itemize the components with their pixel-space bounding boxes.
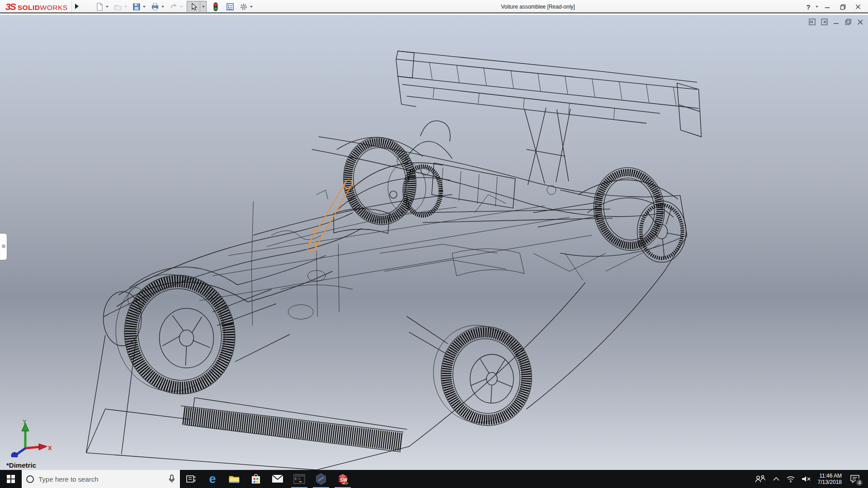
minimize-button[interactable] — [821, 2, 834, 12]
print-dropdown-caret[interactable] — [161, 6, 164, 8]
solidworks-logo: 3S SOLID WORKS — [5, 1, 68, 12]
view-orientation-label: *Dimetric — [6, 461, 36, 469]
start-button[interactable] — [0, 470, 22, 488]
undo-icon — [169, 2, 178, 11]
options-button[interactable] — [238, 1, 249, 12]
help-button[interactable]: ? — [804, 3, 813, 11]
solidworks-2017-icon: SW 2017 — [336, 473, 349, 485]
close-button[interactable] — [852, 2, 864, 12]
taskbar-app-hexagon[interactable] — [310, 470, 332, 488]
save-button[interactable] — [131, 1, 142, 12]
print-icon — [151, 2, 160, 11]
help-dropdown-caret[interactable] — [816, 6, 818, 8]
taskbar-app-file-explorer[interactable] — [223, 470, 245, 488]
select-tool-button[interactable] — [187, 1, 200, 12]
taskbar-app-solidworks[interactable]: SW 2017 — [332, 470, 354, 488]
mail-icon — [272, 474, 283, 483]
divider — [71, 1, 72, 12]
minimize-icon — [825, 4, 830, 9]
print-button[interactable] — [150, 1, 160, 12]
rebuild-traffic-light-icon — [211, 2, 220, 12]
taskbar-app-mail[interactable] — [267, 470, 288, 488]
search-input[interactable] — [38, 475, 164, 483]
window-controls: ? — [804, 2, 864, 12]
properties-list-icon — [226, 2, 235, 11]
clock-date: 7/13/2018 — [818, 479, 842, 485]
doc-minimize-button[interactable] — [833, 19, 840, 25]
taskbar: e — [0, 470, 868, 488]
feature-panel-tab[interactable] — [0, 234, 7, 260]
open-button[interactable] — [113, 1, 123, 12]
store-icon — [250, 474, 261, 484]
taskbar-app-store[interactable] — [245, 470, 267, 488]
microphone-icon[interactable] — [168, 474, 175, 483]
titlebar: 3S SOLID WORKS — [0, 0, 868, 14]
file-explorer-icon — [228, 474, 240, 484]
brand-name-light: WORKS — [40, 4, 68, 12]
people-icon[interactable] — [755, 474, 766, 483]
taskbar-app-edge[interactable]: e — [202, 470, 223, 488]
screen: 3S SOLID WORKS — [0, 0, 868, 488]
open-dropdown-caret[interactable] — [124, 6, 127, 8]
graphics-viewport[interactable]: Y X *Dimetric — [0, 15, 868, 470]
select-cursor-icon — [189, 2, 198, 11]
select-dropdown-caret — [202, 6, 205, 8]
doc-close-button[interactable] — [857, 19, 863, 25]
menu-flyout-arrow-icon[interactable] — [75, 4, 79, 9]
volume-muted-icon[interactable] — [802, 475, 811, 483]
quick-access-toolbar — [94, 1, 257, 13]
sw-year-label: 2017 — [342, 482, 349, 485]
pane-left-button[interactable] — [809, 19, 816, 25]
axis-x-label: X — [48, 445, 52, 451]
open-folder-icon — [113, 2, 123, 11]
new-document-icon — [95, 2, 104, 11]
close-icon — [855, 4, 861, 9]
clock-time: 11:46 AM — [818, 473, 842, 479]
cmd-prompt-text: C:\ — [295, 477, 301, 481]
brand-name-bold: SOLID — [18, 4, 40, 12]
restore-icon — [840, 4, 846, 10]
document-window-controls — [809, 19, 863, 25]
chevron-up-icon[interactable] — [773, 477, 780, 481]
select-tool-group — [187, 1, 207, 13]
restore-button[interactable] — [836, 2, 849, 12]
gear-icon — [239, 2, 248, 11]
hexagon-app-icon — [315, 473, 327, 485]
system-tray: 11:46 AM 7/13/2018 4 — [755, 470, 868, 488]
select-dropdown-cell[interactable] — [200, 1, 206, 12]
wifi-icon[interactable] — [786, 475, 795, 483]
task-view-button[interactable] — [180, 470, 202, 488]
command-prompt-icon: C:\ — [293, 474, 305, 484]
display-pane-button[interactable] — [225, 1, 236, 12]
windows-logo-icon — [7, 475, 15, 483]
pane-right-button[interactable] — [821, 19, 828, 25]
ds-3s-logo-icon: 3S — [5, 1, 15, 12]
reference-triad: Y X — [6, 418, 52, 457]
taskbar-app-command-prompt[interactable]: C:\ — [288, 470, 310, 488]
save-dropdown-caret[interactable] — [143, 6, 146, 8]
action-center-button[interactable]: 4 — [848, 472, 862, 486]
undo-button[interactable] — [168, 1, 179, 12]
options-dropdown-caret[interactable] — [250, 6, 253, 8]
cortana-icon — [26, 475, 34, 483]
rebuild-button[interactable] — [210, 1, 221, 12]
new-document-button[interactable] — [94, 1, 105, 12]
new-dropdown-caret[interactable] — [106, 6, 108, 8]
doc-restore-button[interactable] — [845, 19, 852, 25]
panel-tab-handle-icon — [2, 244, 5, 248]
edge-icon: e — [209, 474, 216, 484]
save-icon — [132, 2, 141, 11]
wireframe-car — [0, 15, 868, 470]
notification-badge: 4 — [855, 479, 863, 487]
taskbar-clock[interactable]: 11:46 AM 7/13/2018 — [818, 473, 842, 485]
taskbar-search[interactable] — [22, 470, 180, 488]
document-title: Voiture assomblee [Read-only] — [470, 4, 606, 10]
undo-dropdown-caret[interactable] — [180, 6, 183, 8]
task-view-icon — [185, 474, 196, 484]
